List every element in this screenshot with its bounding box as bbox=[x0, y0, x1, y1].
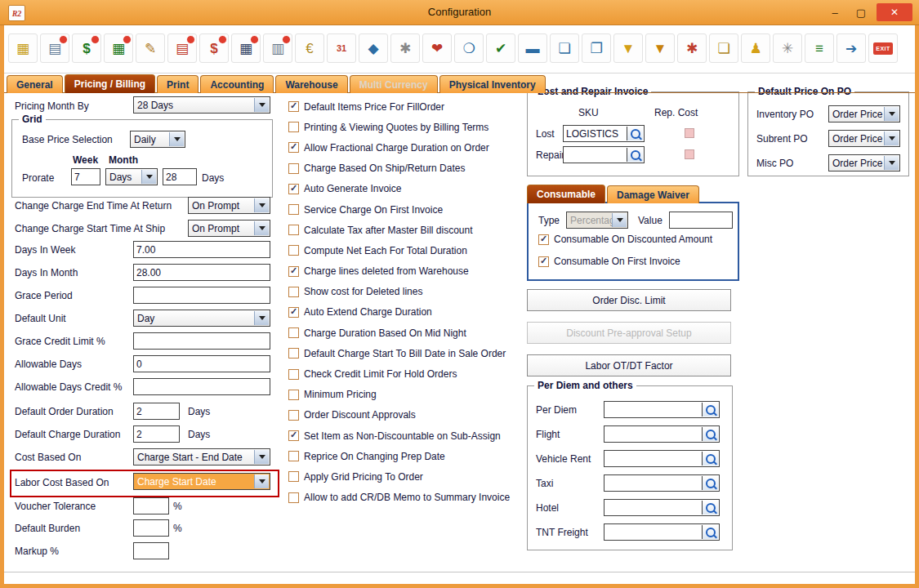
tab-pricing-billing[interactable]: Pricing / Billing bbox=[65, 74, 155, 93]
cherries-icon[interactable]: ❤ bbox=[422, 33, 452, 63]
checkbox[interactable] bbox=[288, 430, 299, 441]
checkbox[interactable] bbox=[288, 410, 299, 421]
inventory-po-select[interactable]: Order Price bbox=[828, 105, 900, 122]
per-diem-lookup-button[interactable] bbox=[702, 403, 718, 416]
flight-lookup-button[interactable] bbox=[702, 427, 718, 441]
tab-print[interactable]: Print bbox=[157, 75, 199, 93]
flight-input[interactable] bbox=[604, 425, 720, 443]
base-price-selection-select[interactable]: Daily bbox=[130, 131, 185, 148]
filter-user-icon[interactable]: ▼ bbox=[645, 33, 675, 63]
hotel-lookup-button[interactable] bbox=[702, 501, 718, 514]
labor-otdt-factor-button[interactable]: Labor OT/DT Factor bbox=[527, 354, 731, 376]
lost-sku-input[interactable]: LOGISTICS bbox=[563, 125, 645, 142]
voucher-tolerance-input[interactable] bbox=[133, 497, 169, 514]
checkbox[interactable] bbox=[538, 234, 549, 245]
search-items-icon[interactable]: ❍ bbox=[454, 33, 484, 63]
print-icon[interactable]: ▤ bbox=[40, 33, 69, 63]
maximize-button[interactable]: ▢ bbox=[849, 3, 873, 21]
default-order-duration-input[interactable] bbox=[133, 403, 180, 420]
default-burden-input[interactable] bbox=[133, 519, 169, 537]
subrent-po-select[interactable]: Order Price bbox=[828, 130, 900, 147]
checkbox[interactable] bbox=[288, 266, 299, 277]
checkbox[interactable] bbox=[288, 287, 299, 297]
default-charge-duration-input[interactable] bbox=[133, 425, 180, 443]
default-unit-select[interactable]: Day bbox=[133, 310, 270, 327]
export-icon[interactable]: ➔ bbox=[836, 33, 866, 63]
save-icon[interactable]: ▦ bbox=[8, 33, 38, 63]
gears-icon[interactable]: ✱ bbox=[390, 33, 420, 63]
calendar-31-icon[interactable]: 31 bbox=[327, 33, 356, 63]
tab-damage-waiver[interactable]: Damage Waiver bbox=[607, 185, 699, 203]
change-charge-start-time-select[interactable]: On Prompt bbox=[188, 220, 270, 237]
chart-icon[interactable]: ◆ bbox=[359, 33, 388, 63]
repair-sku-lookup-button[interactable] bbox=[627, 148, 643, 162]
billing-calendar-icon[interactable]: ▦ bbox=[104, 33, 133, 63]
checkbox[interactable] bbox=[288, 369, 299, 380]
cash-register-icon[interactable]: $ bbox=[72, 33, 101, 63]
checkbox[interactable] bbox=[288, 225, 299, 235]
tnt-freight-input[interactable] bbox=[604, 523, 720, 541]
hotel-input[interactable] bbox=[604, 499, 720, 516]
grace-credit-limit-input[interactable] bbox=[133, 332, 270, 350]
checkbox[interactable] bbox=[288, 163, 299, 174]
allowable-days-input[interactable] bbox=[133, 355, 270, 372]
repair-sku-input[interactable] bbox=[563, 146, 645, 163]
checkbox[interactable] bbox=[288, 142, 299, 153]
tools-icon[interactable]: ✱ bbox=[677, 33, 707, 63]
days-in-month-input[interactable] bbox=[133, 264, 270, 281]
checkbox[interactable] bbox=[288, 451, 299, 461]
checkbox[interactable] bbox=[288, 390, 299, 400]
prorate-week-input[interactable] bbox=[71, 168, 100, 185]
prorate-month-input[interactable] bbox=[163, 168, 197, 185]
allowable-days-credit-input[interactable] bbox=[133, 378, 270, 395]
tab-consumable[interactable]: Consumable bbox=[527, 185, 605, 203]
checkbox[interactable] bbox=[288, 184, 299, 194]
checkbox[interactable] bbox=[538, 256, 549, 267]
new-document-icon[interactable]: ❏ bbox=[550, 33, 579, 63]
markup-input[interactable] bbox=[133, 542, 169, 559]
minimize-button[interactable]: – bbox=[823, 3, 847, 21]
grace-period-input[interactable] bbox=[133, 287, 270, 304]
tab-accounting[interactable]: Accounting bbox=[200, 75, 274, 93]
vehicle-rent-lookup-button[interactable] bbox=[702, 452, 718, 466]
checkbox[interactable] bbox=[288, 348, 299, 359]
user-icon[interactable]: ♟ bbox=[741, 33, 770, 63]
tab-warehouse[interactable]: Warehouse bbox=[275, 75, 347, 93]
tnt-freight-lookup-button[interactable] bbox=[702, 525, 718, 539]
vehicle-rent-input[interactable] bbox=[604, 450, 720, 467]
rate-grid-icon[interactable]: ▦ bbox=[231, 33, 261, 63]
close-button[interactable]: ✕ bbox=[877, 3, 912, 21]
checkbox[interactable] bbox=[288, 471, 299, 482]
checkbox[interactable] bbox=[288, 204, 299, 215]
checkbox[interactable] bbox=[288, 307, 299, 318]
shield-check-icon[interactable]: ✔ bbox=[486, 33, 515, 63]
checkbox[interactable] bbox=[288, 101, 299, 112]
checkbox[interactable] bbox=[288, 327, 299, 338]
cost-based-on-select[interactable]: Charge Start - End Date bbox=[133, 448, 270, 466]
misc-po-select[interactable]: Order Price bbox=[828, 154, 900, 172]
checkbox[interactable] bbox=[288, 245, 299, 256]
database-icon[interactable]: ≡ bbox=[805, 33, 834, 63]
change-charge-end-time-select[interactable]: On Prompt bbox=[188, 197, 270, 214]
per-diem-input[interactable] bbox=[604, 401, 720, 418]
config-gears-icon[interactable]: ✳ bbox=[773, 33, 802, 63]
tab-physical-inventory[interactable]: Physical Inventory bbox=[439, 75, 546, 93]
days-in-week-input[interactable] bbox=[133, 241, 270, 258]
checkbox[interactable] bbox=[288, 122, 299, 132]
labor-cost-based-on-select[interactable]: Charge Start Date bbox=[133, 473, 270, 490]
price-dollar-icon[interactable]: $ bbox=[199, 33, 229, 63]
copy-document-icon[interactable]: ❐ bbox=[582, 33, 611, 63]
value-input[interactable] bbox=[669, 212, 733, 229]
filter-icon[interactable]: ▼ bbox=[613, 33, 643, 63]
money-bag-icon[interactable]: € bbox=[295, 33, 324, 63]
invoice-icon[interactable]: ▤ bbox=[167, 33, 197, 63]
id-card-icon[interactable]: ▬ bbox=[518, 33, 547, 63]
notes-icon[interactable]: ❏ bbox=[709, 33, 738, 63]
taxi-lookup-button[interactable] bbox=[702, 476, 718, 490]
tab-general[interactable]: General bbox=[7, 75, 63, 93]
edit-icon[interactable]: ✎ bbox=[136, 33, 165, 63]
ledger-icon[interactable]: ▥ bbox=[263, 33, 292, 63]
lost-sku-lookup-button[interactable] bbox=[627, 127, 643, 140]
prorate-unit-select[interactable]: Days bbox=[105, 168, 158, 185]
exit-icon[interactable]: EXIT bbox=[868, 33, 898, 63]
